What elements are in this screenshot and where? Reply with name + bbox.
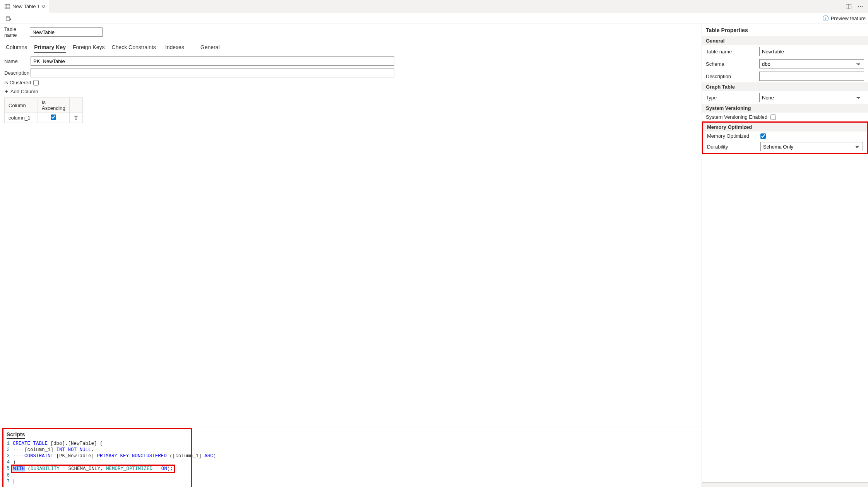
prop-mo-label: Memory Optimized — [707, 133, 757, 139]
scripts-panel: Scripts 1CREATE TABLE [dbo].[NewTable] (… — [2, 428, 192, 487]
plus-icon: ＋ — [3, 88, 9, 95]
designer-subtabs: Columns Primary Key Foreign Keys Check C… — [4, 41, 699, 54]
cell-column[interactable]: column_1 — [5, 113, 38, 123]
prop-type-label: Type — [706, 95, 756, 101]
publish-button[interactable] — [4, 14, 13, 23]
prop-table-name-input[interactable] — [759, 47, 864, 56]
is-clustered-label: Is Clustered — [4, 80, 31, 85]
info-icon: i — [823, 15, 829, 21]
prop-schema-select[interactable]: dbo — [759, 59, 864, 68]
section-graph: Graph Table — [702, 82, 868, 91]
pk-desc-label: Description — [4, 70, 27, 76]
tab-columns[interactable]: Columns — [6, 44, 27, 53]
table-name-input[interactable] — [30, 27, 103, 37]
tab-title: New Table 1 — [12, 3, 40, 9]
editor-tabbar: New Table 1 — [0, 0, 868, 13]
more-actions-button[interactable] — [856, 2, 865, 11]
add-column-button[interactable]: ＋ Add Column — [3, 88, 699, 95]
table-icon — [5, 4, 10, 9]
designer-toolbar: i Preview feature — [0, 13, 868, 24]
add-column-label: Add Column — [10, 89, 38, 94]
table-name-label: Table name — [4, 26, 27, 38]
prop-description-label: Description — [706, 73, 756, 79]
svg-rect-9 — [6, 17, 10, 21]
sql-editor[interactable]: 1CREATE TABLE [dbo].[NewTable] (2····[co… — [3, 439, 191, 487]
memory-optimized-block: Memory Optimized Memory Optimized Durabi… — [702, 121, 868, 154]
editor-tab[interactable]: New Table 1 — [0, 0, 50, 13]
scripts-title: Scripts — [7, 431, 25, 439]
ascending-checkbox[interactable] — [51, 114, 56, 120]
section-mo: Memory Optimized — [703, 123, 867, 132]
cell-ascending[interactable] — [38, 113, 70, 123]
svg-point-6 — [858, 6, 859, 7]
table-row[interactable]: column_1 — [5, 113, 83, 123]
tab-check-constraints[interactable]: Check Constraints — [111, 44, 156, 53]
prop-table-name-label: Table name — [706, 49, 756, 55]
prop-type-select[interactable]: None — [759, 93, 864, 102]
cell-delete[interactable] — [69, 113, 82, 123]
pk-columns-grid: Column Is Ascending column_1 — [4, 97, 83, 123]
split-editor-button[interactable] — [844, 2, 853, 11]
prop-sv-enabled-label: System Versioning Enabled — [706, 114, 767, 120]
section-general: General — [702, 36, 868, 45]
grid-header-column: Column — [5, 98, 38, 113]
pk-desc-input[interactable] — [31, 68, 394, 77]
grid-header-actions — [69, 98, 82, 113]
trash-icon[interactable] — [74, 115, 79, 120]
prop-description-input[interactable] — [759, 72, 864, 81]
tab-foreign-keys[interactable]: Foreign Keys — [73, 44, 104, 53]
svg-point-7 — [860, 6, 861, 7]
preview-feature-label: Preview feature — [831, 15, 866, 21]
properties-panel: Table Properties General Table name Sche… — [702, 24, 868, 487]
tab-general[interactable]: General — [200, 44, 220, 53]
grid-header-ascending: Is Ascending — [38, 98, 70, 113]
properties-title: Table Properties — [702, 24, 868, 36]
svg-rect-0 — [5, 4, 10, 9]
pk-name-input[interactable] — [31, 56, 394, 66]
pk-name-label: Name — [4, 58, 27, 64]
prop-durability-label: Durability — [707, 144, 757, 150]
prop-mo-checkbox[interactable] — [760, 133, 766, 139]
tab-indexes[interactable]: Indexes — [165, 44, 184, 53]
bottom-panel-stub — [702, 482, 868, 487]
table-designer: Table name Columns Primary Key Foreign K… — [0, 24, 702, 427]
is-clustered-checkbox[interactable] — [33, 80, 39, 85]
prop-schema-label: Schema — [706, 61, 756, 67]
dirty-indicator-icon — [42, 5, 45, 8]
section-sv: System Versioning — [702, 104, 868, 113]
prop-durability-select[interactable]: Schema Only — [760, 142, 863, 151]
svg-point-8 — [862, 6, 863, 7]
prop-sv-enabled-checkbox[interactable] — [770, 114, 776, 120]
tab-primary-key[interactable]: Primary Key — [34, 44, 66, 53]
